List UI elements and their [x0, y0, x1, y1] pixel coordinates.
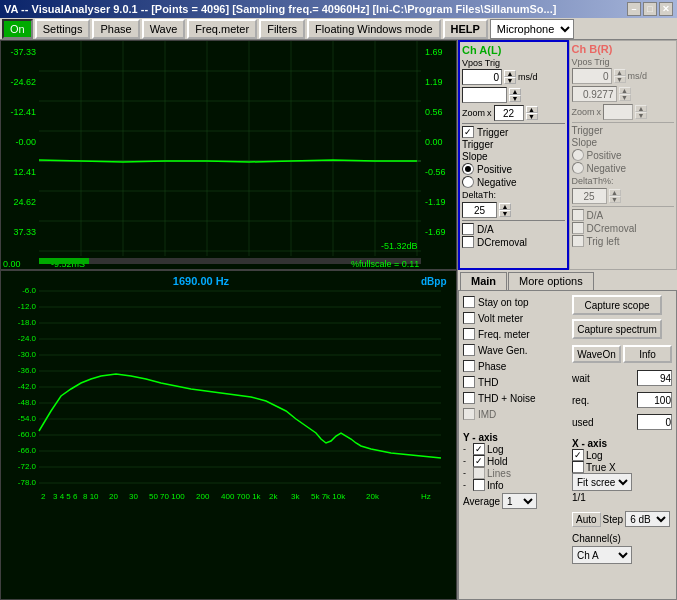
wave-button[interactable]: Wave — [142, 19, 186, 39]
info-button[interactable]: Info — [623, 345, 672, 363]
ch-b-trigleft-checkbox[interactable] — [572, 235, 584, 247]
ch-b-da-checkbox[interactable] — [572, 209, 584, 221]
settings-button[interactable]: Settings — [35, 19, 91, 39]
svg-text:2k: 2k — [269, 492, 278, 501]
ch-a-vpos-up[interactable]: ▲ — [504, 70, 516, 77]
ch-b-delta-up[interactable]: ▲ — [609, 189, 621, 196]
freq-meter-checkbox[interactable] — [463, 328, 475, 340]
y-log-checkbox[interactable] — [473, 443, 485, 455]
y-axis-dash: - — [463, 444, 471, 454]
ch-a-ms-down[interactable]: ▼ — [509, 95, 521, 102]
ch-b-vpos-label: Vpos Trig — [572, 57, 610, 67]
freq-meter-button[interactable]: Freq.meter — [187, 19, 257, 39]
avg-label: Average — [463, 496, 500, 507]
ch-b-trigleft-row: Trig left — [572, 235, 675, 247]
ch-b-delta-input[interactable] — [572, 188, 607, 204]
used-input[interactable] — [637, 414, 672, 430]
ch-a-zoom-up[interactable]: ▲ — [526, 106, 538, 113]
minimize-button[interactable]: – — [627, 2, 641, 16]
input-select[interactable]: Microphone — [490, 19, 574, 39]
ch-b-zoom-label: Zoom — [572, 107, 595, 117]
avg-select[interactable]: 1 2 4 8 — [502, 493, 537, 509]
ch-a-vpos-down[interactable]: ▼ — [504, 77, 516, 84]
ch-b-vpos-input[interactable] — [572, 68, 612, 84]
thd-noise-checkbox[interactable] — [463, 392, 475, 404]
x-log-checkbox[interactable] — [572, 449, 584, 461]
ch-a-ms-input[interactable] — [462, 87, 507, 103]
ch-a-delta-down[interactable]: ▼ — [499, 210, 511, 217]
svg-text:30: 30 — [129, 492, 138, 501]
ch-a-delta-input[interactable] — [462, 202, 497, 218]
phase-checkbox[interactable] — [463, 360, 475, 372]
req-input[interactable] — [637, 392, 672, 408]
ch-a-da-checkbox[interactable] — [462, 223, 474, 235]
svg-text:dBpp: dBpp — [421, 276, 447, 287]
ch-b-vpos-down[interactable]: ▼ — [614, 76, 626, 83]
req-row: req. — [572, 392, 672, 408]
ch-a-ms-spinner: ▲ ▼ — [509, 88, 521, 102]
y-info-checkbox[interactable] — [473, 479, 485, 491]
svg-text:-36.0: -36.0 — [18, 366, 37, 375]
x-truex-checkbox[interactable] — [572, 461, 584, 473]
ch-a-vpos-spinner: ▲ ▼ — [504, 70, 516, 84]
ch-a-zoom-down[interactable]: ▼ — [526, 113, 538, 120]
channels-select[interactable]: Ch A Ch B Ch A+B — [572, 546, 632, 564]
ch-b-ms-up[interactable]: ▲ — [619, 87, 631, 94]
ch-a-zoom-input[interactable] — [494, 105, 524, 121]
auto-label[interactable]: Auto — [572, 512, 601, 527]
fit-screen-select[interactable]: Fit screen Manual Auto — [572, 473, 632, 491]
maximize-button[interactable]: □ — [643, 2, 657, 16]
close-button[interactable]: ✕ — [659, 2, 673, 16]
floating-button[interactable]: Floating Windows mode — [307, 19, 440, 39]
y-lines-checkbox[interactable] — [473, 467, 485, 479]
stay-on-top-checkbox[interactable] — [463, 296, 475, 308]
phase-button[interactable]: Phase — [92, 19, 139, 39]
wait-input[interactable] — [637, 370, 672, 386]
capture-scope-button[interactable]: Capture scope — [572, 295, 662, 315]
ch-a-delta-label: DeltaTh: — [462, 190, 565, 200]
y-hold-checkbox[interactable] — [473, 455, 485, 467]
ch-b-zoom-x: x — [597, 107, 602, 117]
wave-gen-checkbox[interactable] — [463, 344, 475, 356]
ch-b-positive-radio[interactable] — [572, 149, 584, 161]
tab-main[interactable]: Main — [460, 272, 507, 291]
ch-a-da-label: D/A — [477, 224, 494, 235]
ch-a-dcremoval-checkbox[interactable] — [462, 236, 474, 248]
main-controls: Main More options Stay on top Volt meter — [458, 270, 677, 600]
svg-text:1.19: 1.19 — [425, 77, 443, 87]
ch-b-negative-radio[interactable] — [572, 162, 584, 174]
svg-text:12.41: 12.41 — [13, 167, 36, 177]
help-button[interactable]: HELP — [443, 19, 488, 39]
ch-b-dcremoval-checkbox[interactable] — [572, 222, 584, 234]
ch-b-ms-input[interactable] — [572, 86, 617, 102]
ch-a-vpos-input[interactable] — [462, 69, 502, 85]
ch-b-zoom-down[interactable]: ▼ — [635, 112, 647, 119]
wait-label: wait — [572, 373, 600, 384]
left-panel: -37.33 -24.62 -12.41 -0.00 12.41 24.62 3… — [0, 40, 457, 600]
ch-b-zoom-up[interactable]: ▲ — [635, 105, 647, 112]
thd-checkbox[interactable] — [463, 376, 475, 388]
ch-b-vpos-up[interactable]: ▲ — [614, 69, 626, 76]
ch-a-trigger-checkbox[interactable] — [462, 126, 474, 138]
ch-b-zoom-input[interactable] — [603, 104, 633, 120]
svg-text:-66.0: -66.0 — [18, 446, 37, 455]
on-button[interactable]: On — [2, 19, 33, 39]
ch-a-positive-radio[interactable] — [462, 163, 474, 175]
imd-checkbox[interactable] — [463, 408, 475, 420]
ch-a-delta-up[interactable]: ▲ — [499, 203, 511, 210]
volt-meter-checkbox[interactable] — [463, 312, 475, 324]
ch-a-ms-up[interactable]: ▲ — [509, 88, 521, 95]
filters-button[interactable]: Filters — [259, 19, 305, 39]
wave-on-button[interactable]: WaveOn — [572, 345, 621, 363]
ch-a-trigger-cb-label: Trigger — [477, 127, 508, 138]
tab-more-options[interactable]: More options — [508, 272, 594, 290]
svg-text:20k: 20k — [366, 492, 380, 501]
ch-b-ms-down[interactable]: ▼ — [619, 94, 631, 101]
x-axis-section: X - axis Log True X Fit screen Manual — [572, 438, 672, 504]
step-select[interactable]: 3 dB 6 dB 10 dB 12 dB — [625, 511, 670, 527]
capture-spectrum-button[interactable]: Capture spectrum — [572, 319, 662, 339]
x-axis-title: X - axis — [572, 438, 672, 449]
ch-a-dcremoval-row: DCremoval — [462, 236, 565, 248]
ch-b-delta-down[interactable]: ▼ — [609, 196, 621, 203]
ch-a-negative-radio[interactable] — [462, 176, 474, 188]
